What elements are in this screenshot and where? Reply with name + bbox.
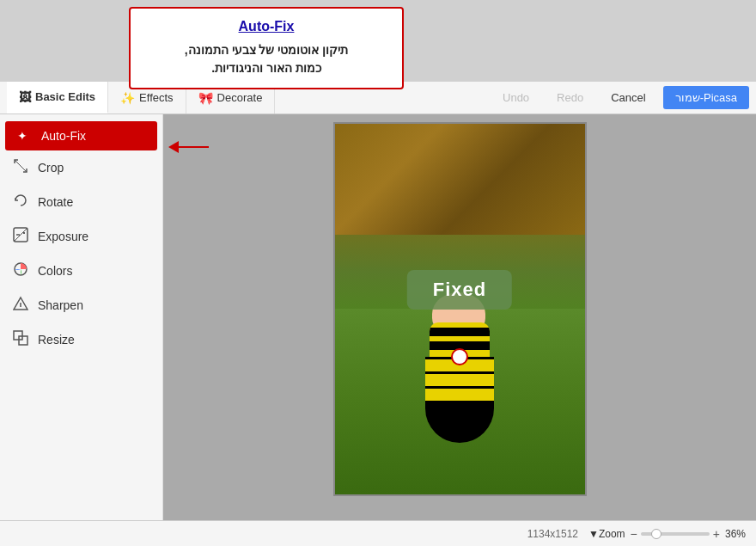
bee-flower	[451, 348, 468, 365]
fixed-label: Fixed	[433, 279, 486, 300]
app-container: 🖼 Basic Edits ✨ Effects 🎀 Decorate Undo …	[0, 82, 756, 546]
bee-dress-stripe-2	[425, 374, 494, 386]
resize-icon	[12, 330, 29, 349]
arrow-indicator	[168, 141, 209, 153]
svg-line-0	[15, 160, 27, 172]
crop-icon	[12, 158, 29, 177]
save-button[interactable]: שמור-Picasa	[663, 86, 749, 109]
auto-fix-icon: ✦	[14, 129, 31, 143]
sidebar-item-sharpen-label: Sharpen	[38, 298, 83, 312]
sidebar-item-resize-label: Resize	[38, 333, 75, 347]
sidebar-item-crop[interactable]: Crop	[0, 150, 162, 185]
zoom-plus-icon[interactable]: +	[713, 527, 720, 541]
svg-rect-9	[14, 331, 22, 340]
sidebar: ✦ Auto-Fix Crop	[0, 114, 163, 520]
zoom-minus-icon[interactable]: −	[631, 527, 637, 541]
canvas-area[interactable]: Fixed	[163, 114, 756, 520]
tooltip-title: Auto-Fix	[144, 19, 388, 34]
tooltip-body: תיקון אוטומטי של צבעי התמונה, כמות האור …	[144, 41, 388, 77]
sharpen-icon	[12, 296, 29, 315]
tab-basic-edits-label: Basic Edits	[35, 90, 95, 103]
effects-icon: ✨	[120, 91, 135, 105]
decorate-icon: 🎀	[198, 91, 213, 105]
undo-button[interactable]: Undo	[492, 87, 540, 108]
zoom-area: ▼Zoom − + 36%	[588, 527, 746, 541]
sidebar-item-exposure[interactable]: Exposure	[0, 219, 162, 254]
sidebar-item-crop-label: Crop	[38, 161, 64, 175]
photo-sim: Fixed	[333, 122, 587, 496]
tooltip-line2: כמות האור והניגודיות.	[211, 61, 321, 75]
tooltip-line1: תיקון אוטומטי של צבעי התמונה,	[185, 43, 348, 57]
zoom-percent: 36%	[725, 528, 746, 540]
content-area: ✦ Auto-Fix Crop	[0, 114, 756, 520]
zoom-thumb	[651, 529, 662, 539]
bee-dress	[425, 357, 494, 443]
zoom-label: ▼Zoom	[588, 528, 625, 540]
sidebar-item-sharpen[interactable]: Sharpen	[0, 288, 162, 322]
photo-container: Fixed	[333, 122, 587, 496]
toolbar-right: Undo Redo Cancel שמור-Picasa	[492, 86, 749, 109]
svg-rect-10	[19, 336, 27, 345]
arrow-line	[179, 146, 209, 148]
sidebar-item-colors-label: Colors	[38, 264, 72, 278]
tab-basic-edits[interactable]: 🖼 Basic Edits	[7, 82, 108, 113]
arrow-head	[168, 141, 179, 153]
sidebar-item-resize[interactable]: Resize	[0, 322, 162, 357]
bee-stripe-1	[430, 328, 490, 336]
tooltip-popup: Auto-Fix תיקון אוטומטי של צבעי התמונה, כ…	[129, 7, 404, 89]
redo-button[interactable]: Redo	[546, 87, 594, 108]
exposure-icon	[12, 227, 29, 246]
bee-dress-stripe-3	[425, 389, 494, 401]
status-bar: 1134x1512 ▼Zoom − + 36%	[0, 520, 756, 546]
bee-body	[417, 305, 503, 443]
tab-effects-label: Effects	[139, 91, 174, 104]
sidebar-item-colors[interactable]: Colors	[0, 254, 162, 288]
zoom-slider[interactable]	[641, 532, 710, 536]
svg-line-2	[14, 228, 27, 242]
sidebar-item-auto-fix-label: Auto-Fix	[41, 129, 86, 143]
cancel-button[interactable]: Cancel	[601, 87, 655, 108]
sidebar-item-exposure-label: Exposure	[38, 230, 88, 243]
tab-decorate-label: Decorate	[217, 91, 263, 104]
sidebar-item-rotate[interactable]: Rotate	[0, 185, 162, 219]
fixed-badge: Fixed	[407, 270, 512, 310]
zoom-controls: − +	[631, 527, 720, 541]
basic-edits-icon: 🖼	[19, 90, 31, 104]
rotate-icon	[12, 193, 29, 212]
photo-top-wood	[335, 124, 585, 235]
colors-icon	[12, 261, 29, 280]
sidebar-item-rotate-label: Rotate	[38, 195, 73, 209]
dimension-text: 1134x1512	[527, 528, 578, 540]
sidebar-item-auto-fix[interactable]: ✦ Auto-Fix	[5, 121, 157, 150]
